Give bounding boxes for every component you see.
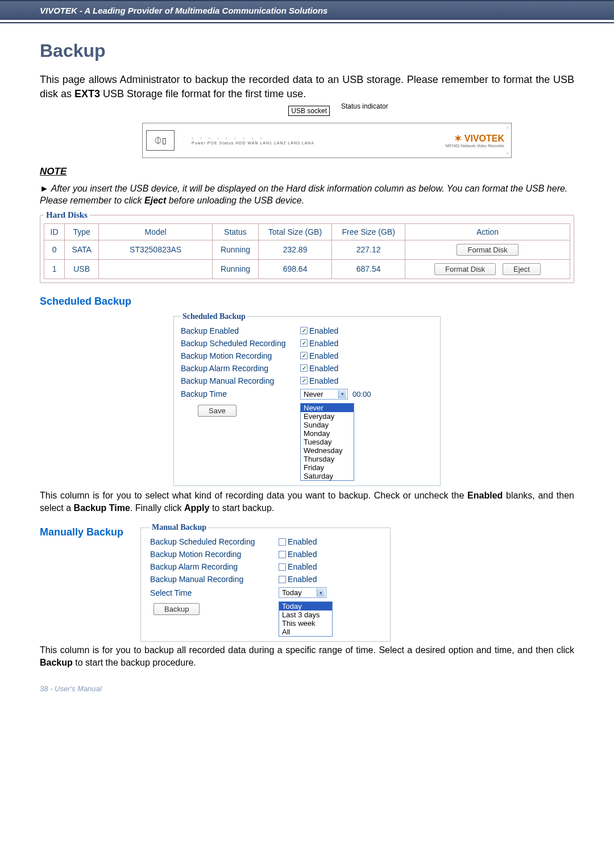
brand-sub: NR7401 Network Video Recorder (445, 144, 504, 148)
row-alarm-rec: Backup Alarm Recording Enabled (181, 362, 433, 375)
select-value: Today (282, 588, 302, 597)
note-heading: NOTE (40, 166, 574, 177)
select-time-select[interactable]: Today ▾ (279, 587, 326, 598)
row-m-alarm: Backup Alarm Recording Enabled (150, 560, 383, 573)
intro-ext3: EXT3 (74, 88, 100, 99)
m-motion-checkbox[interactable] (279, 551, 286, 558)
bold-backup: Backup (40, 658, 73, 667)
usb-port-icon: ⏀▯ (146, 130, 175, 151)
backup-button[interactable]: Backup (154, 603, 200, 615)
label-backup-enabled: Backup Enabled (181, 326, 300, 335)
dropdown-option[interactable]: Monday (301, 429, 354, 438)
col-free: Free Size (GB) (332, 223, 405, 240)
dropdown-option[interactable]: Thursday (301, 455, 354, 463)
cell-total: 232.89 (258, 240, 332, 259)
select-value: Never (304, 390, 323, 398)
backup-time-value: 00:00 (352, 390, 371, 398)
screw-icon: ○ (506, 151, 509, 156)
label-m-motion: Backup Motion Recording (150, 550, 279, 559)
page-title: Backup (40, 40, 574, 61)
format-disk-button[interactable]: Format Disk (457, 244, 518, 256)
enabled-text: Enabled (309, 364, 338, 373)
manually-backup-heading: Manually Backup (40, 526, 123, 538)
dropdown-option[interactable]: Tuesday (301, 438, 354, 446)
note-eject-bold: Eject (144, 196, 166, 205)
manual-backup-legend: Manual Backup (150, 523, 208, 532)
manual-desc: This column is for you to backup all rec… (40, 644, 574, 668)
dropdown-option[interactable]: Sunday (301, 421, 354, 429)
alarm-rec-checkbox[interactable] (300, 364, 308, 372)
chevron-down-icon: ▾ (338, 390, 346, 398)
dropdown-option[interactable]: Wednesday (301, 446, 354, 455)
col-status: Status (213, 223, 259, 240)
cell-action: Format Disk (405, 240, 570, 259)
intro-b: USB Storage file format for the first ti… (100, 88, 306, 99)
row-m-select-time: Select Time Today ▾ (150, 585, 383, 600)
m-manual-checkbox[interactable] (279, 576, 286, 583)
row-m-motion: Backup Motion Recording Enabled (150, 548, 383, 560)
label-alarm-rec: Backup Alarm Recording (181, 364, 300, 373)
doc-header: VIVOTEK - A Leading Provider of Multimed… (0, 0, 614, 20)
enabled-text: Enabled (288, 537, 317, 546)
sched-desc-d: to start backup. (209, 503, 274, 513)
dropdown-option[interactable]: This week (279, 619, 332, 628)
row-m-manual: Backup Manual Recording Enabled (150, 573, 383, 585)
cell-model: ST3250823AS (99, 240, 213, 259)
device-diagram: USB socket Status indicator (40, 106, 574, 116)
manual-backup-fieldset: Manual Backup Backup Scheduled Recording… (140, 523, 391, 642)
backup-time-dropdown[interactable]: Never Everyday Sunday Monday Tuesday Wed… (300, 403, 354, 481)
dropdown-option[interactable]: Last 3 days (279, 610, 332, 619)
cell-type: SATA (65, 240, 99, 259)
bold-enabled: Enabled (467, 491, 503, 500)
dropdown-option[interactable]: Saturday (301, 472, 354, 480)
m-scheduled-checkbox[interactable] (279, 538, 286, 546)
cell-action: Format Disk Eject (405, 259, 570, 279)
cell-free: 687.54 (332, 259, 405, 279)
save-button[interactable]: Save (198, 405, 237, 417)
m-alarm-checkbox[interactable] (279, 563, 286, 571)
led-labels: Power POE Status HDD WAN LAN1 LAN2 LAN3 … (192, 141, 314, 145)
enabled-text: Enabled (309, 339, 338, 348)
dropdown-option[interactable]: Everyday (301, 412, 354, 421)
cell-status: Running (213, 240, 259, 259)
cell-id: 1 (44, 259, 65, 279)
dropdown-option[interactable]: Friday (301, 463, 354, 472)
col-action: Action (405, 223, 570, 240)
table-header-row: ID Type Model Status Total Size (GB) Fre… (44, 223, 570, 240)
bold-backup-time: Backup Time (74, 503, 130, 513)
page-footer: 38 - User's Manual (0, 674, 614, 707)
col-model: Model (99, 223, 213, 240)
arrow-icon: ► (40, 184, 49, 193)
scheduled-rec-checkbox[interactable] (300, 339, 308, 347)
enabled-text: Enabled (309, 351, 338, 360)
row-manual-rec: Backup Manual Recording Enabled (181, 375, 433, 387)
bold-apply: Apply (184, 503, 209, 513)
brand-logo: ✶ VIVOTEK NR7401 Network Video Recorder (445, 133, 504, 148)
cell-type: USB (65, 259, 99, 279)
col-id: ID (44, 223, 65, 240)
enabled-text: Enabled (309, 376, 338, 385)
sched-desc-a: This column is for you to select what ki… (40, 491, 467, 500)
usb-socket-label: USB socket (288, 106, 330, 116)
dropdown-option[interactable]: Today (279, 602, 332, 610)
select-time-dropdown[interactable]: Today Last 3 days This week All (279, 601, 333, 637)
backup-enabled-checkbox[interactable] (300, 327, 308, 334)
hard-disks-table: ID Type Model Status Total Size (GB) Fre… (44, 223, 570, 279)
format-disk-button[interactable]: Format Disk (434, 263, 496, 275)
brand-text: VIVOTEK (464, 134, 504, 143)
label-motion-rec: Backup Motion Recording (181, 351, 300, 360)
enabled-text: Enabled (288, 562, 317, 571)
eject-button[interactable]: Eject (503, 263, 541, 275)
backup-time-select[interactable]: Never ▾ (300, 389, 348, 400)
dropdown-option[interactable]: All (279, 628, 332, 636)
motion-rec-checkbox[interactable] (300, 352, 308, 359)
intro-text: This page allows Administrator to backup… (40, 73, 574, 101)
enabled-text: Enabled (309, 326, 338, 335)
hard-disks-legend: Hard Disks (44, 210, 90, 220)
label-m-manual: Backup Manual Recording (150, 575, 279, 584)
scheduled-backup-fieldset: Scheduled Backup Backup Enabled Enabled … (173, 312, 441, 486)
dropdown-option[interactable]: Never (301, 404, 354, 412)
col-total: Total Size (GB) (258, 223, 332, 240)
manual-rec-checkbox[interactable] (300, 377, 308, 384)
row-scheduled-rec: Backup Scheduled Recording Enabled (181, 337, 433, 350)
